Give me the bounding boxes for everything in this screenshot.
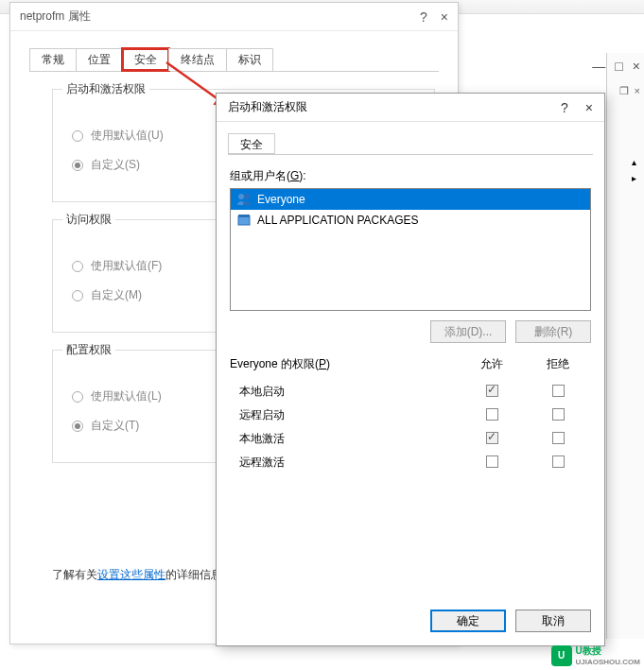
svg-rect-4 <box>238 215 250 217</box>
tab-general[interactable]: 常规 <box>29 48 77 71</box>
checkbox-allow[interactable] <box>486 408 498 421</box>
watermark-shield-icon: U <box>551 645 572 666</box>
list-item-label: ALL APPLICATION PACKAGES <box>257 214 419 227</box>
help-icon[interactable]: ? <box>561 100 568 115</box>
close-icon[interactable]: × <box>441 9 448 25</box>
col-deny: 拒绝 <box>525 356 591 372</box>
col-allow: 允许 <box>459 356 525 372</box>
users-listbox[interactable]: Everyone ALL APPLICATION PACKAGES <box>230 188 591 311</box>
perm-name: 远程启动 <box>239 407 459 423</box>
permissions-table: Everyone 的权限(P) 允许 拒绝 本地启动 远程启动 本地激活 远程激… <box>230 356 591 474</box>
scroll-right-icon[interactable]: ▸ <box>627 173 640 183</box>
bg-small-max-icon[interactable]: ❐ <box>619 85 629 97</box>
group-title: 配置权限 <box>62 342 115 358</box>
dialog1-title: netprofm 属性 <box>20 9 420 25</box>
group-or-users-label: 组或用户名(G): <box>230 168 591 184</box>
bg-max-icon[interactable]: □ <box>615 59 622 74</box>
list-item-everyone[interactable]: Everyone <box>231 189 590 210</box>
perm-row-local-activate: 本地激活 <box>230 427 591 451</box>
bg-small-close-icon[interactable]: × <box>635 85 640 97</box>
checkbox-allow[interactable] <box>486 455 498 468</box>
watermark: U U教授 UJIAOSHOU.COM <box>551 644 640 666</box>
perm-name: 本地启动 <box>239 384 459 400</box>
checkbox-allow[interactable] <box>486 385 498 397</box>
perm-name: 远程激活 <box>239 455 459 471</box>
list-item-all-app-packages[interactable]: ALL APPLICATION PACKAGES <box>231 210 590 231</box>
bg-min-icon[interactable]: — <box>592 59 605 74</box>
footer-help-text: 了解有关设置这些属性的详细信息。 <box>52 567 234 583</box>
dialog2-title: 启动和激活权限 <box>228 99 561 115</box>
tab-security-inner[interactable]: 安全 <box>228 133 275 154</box>
checkbox-deny[interactable] <box>552 432 565 444</box>
bg-close-icon[interactable]: × <box>633 59 640 74</box>
close-icon[interactable]: × <box>585 100 593 115</box>
scroll-up-icon[interactable]: ▴ <box>627 157 640 167</box>
add-button[interactable]: 添加(D)... <box>430 320 506 343</box>
side-panel: ▴ ▸ <box>606 53 644 639</box>
users-icon <box>236 192 252 207</box>
checkbox-deny[interactable] <box>552 385 565 397</box>
group-title: 访问权限 <box>62 212 115 228</box>
perm-row-local-launch: 本地启动 <box>230 380 591 404</box>
ok-button[interactable]: 确定 <box>430 610 506 632</box>
checkbox-deny[interactable] <box>552 408 565 421</box>
launch-activation-permissions-dialog: 启动和激活权限 ? × 安全 组或用户名(G): Everyone ALL AP… <box>216 93 605 646</box>
perm-row-remote-activate: 远程激活 <box>230 451 591 474</box>
svg-point-2 <box>244 194 250 199</box>
remove-button[interactable]: 删除(R) <box>515 320 591 343</box>
cancel-button[interactable]: 取消 <box>515 610 591 632</box>
footer-link[interactable]: 设置这些属性 <box>97 568 165 581</box>
group-title: 启动和激活权限 <box>62 81 149 97</box>
help-icon[interactable]: ? <box>420 9 427 25</box>
perm-name: 本地激活 <box>239 431 459 447</box>
tab-location[interactable]: 位置 <box>76 48 123 71</box>
svg-rect-3 <box>238 216 250 225</box>
list-item-label: Everyone <box>257 193 305 206</box>
perm-row-remote-launch: 远程启动 <box>230 404 591 427</box>
checkbox-allow[interactable] <box>486 432 498 444</box>
svg-point-1 <box>238 194 244 199</box>
package-icon <box>236 213 252 228</box>
checkbox-deny[interactable] <box>552 455 565 468</box>
permissions-for-label: Everyone 的权限(P) <box>230 356 459 372</box>
